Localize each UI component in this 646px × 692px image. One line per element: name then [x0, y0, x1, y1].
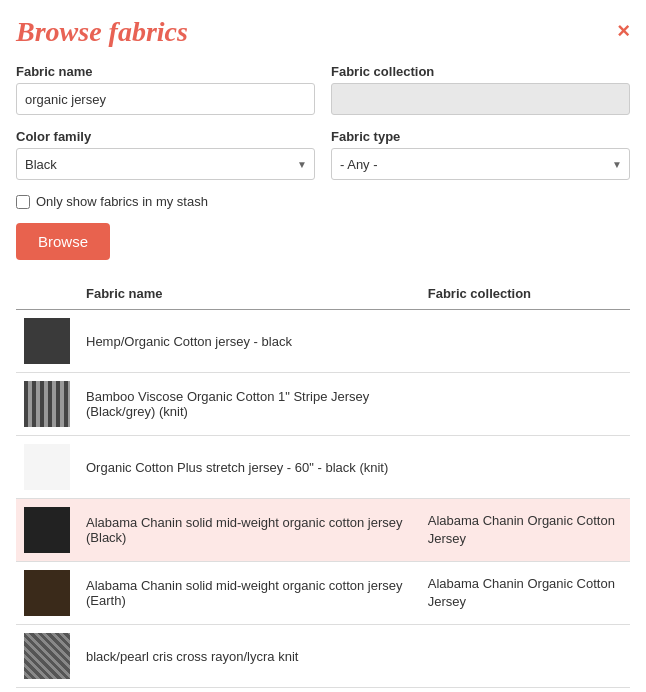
stash-checkbox-row: Only show fabrics in my stash	[16, 194, 630, 209]
fabric-name-text: black/pearl cris cross rayon/lycra knit	[86, 649, 298, 664]
fabric-collection-input	[331, 83, 630, 115]
fabric-collection-group: Fabric collection	[331, 64, 630, 115]
browse-button[interactable]: Browse	[16, 223, 110, 260]
dialog-header: Browse fabrics ×	[16, 16, 630, 48]
fabric-thumbnail	[24, 318, 70, 364]
table-row[interactable]: Bamboo Viscose Organic Cotton 1" Stripe …	[16, 373, 630, 436]
fabric-collection-label: Fabric collection	[331, 64, 630, 79]
fabric-thumb-cell	[16, 499, 78, 562]
fabric-name-text: Alabama Chanin solid mid-weight organic …	[86, 578, 403, 608]
page-title: Browse fabrics	[16, 16, 188, 48]
fabric-collection-cell	[420, 373, 630, 436]
fabric-name-cell: Bamboo Viscose Organic Cotton 1" Stripe …	[78, 373, 420, 436]
fabric-collection-cell: Alabama Chanin Organic Cotton Jersey	[420, 562, 630, 625]
fabric-thumb-cell	[16, 436, 78, 499]
color-family-select[interactable]: Black White Red Blue Green Yellow Brown …	[16, 148, 315, 180]
fabric-name-text: Alabama Chanin solid mid-weight organic …	[86, 515, 403, 545]
fabric-thumb-cell	[16, 373, 78, 436]
fabric-thumbnail	[24, 507, 70, 553]
col-thumb	[16, 280, 78, 310]
fabric-collection-cell	[420, 436, 630, 499]
stash-checkbox-label: Only show fabrics in my stash	[36, 194, 208, 209]
fabric-collection-cell	[420, 310, 630, 373]
fabric-collection-cell	[420, 625, 630, 688]
results-table: Fabric name Fabric collection Hemp/Organ…	[16, 280, 630, 688]
fabric-thumb-cell	[16, 562, 78, 625]
color-family-group: Color family Black White Red Blue Green …	[16, 129, 315, 180]
color-family-select-wrapper: Black White Red Blue Green Yellow Brown …	[16, 148, 315, 180]
color-family-label: Color family	[16, 129, 315, 144]
fabric-thumb-cell	[16, 625, 78, 688]
fabric-name-text: Hemp/Organic Cotton jersey - black	[86, 334, 292, 349]
fabric-name-cell: Organic Cotton Plus stretch jersey - 60"…	[78, 436, 420, 499]
table-row[interactable]: black/pearl cris cross rayon/lycra knit	[16, 625, 630, 688]
color-type-row: Color family Black White Red Blue Green …	[16, 129, 630, 180]
fabric-type-group: Fabric type - Any - Woven Knit Jersey Ca…	[331, 129, 630, 180]
table-header-row: Fabric name Fabric collection	[16, 280, 630, 310]
fabric-type-select[interactable]: - Any - Woven Knit Jersey Canvas	[331, 148, 630, 180]
name-collection-row: Fabric name Fabric collection	[16, 64, 630, 115]
table-row[interactable]: Organic Cotton Plus stretch jersey - 60"…	[16, 436, 630, 499]
col-fabric-name: Fabric name	[78, 280, 420, 310]
table-row[interactable]: Alabama Chanin solid mid-weight organic …	[16, 499, 630, 562]
fabric-name-input[interactable]	[16, 83, 315, 115]
fabric-name-label: Fabric name	[16, 64, 315, 79]
fabric-name-cell: Alabama Chanin solid mid-weight organic …	[78, 562, 420, 625]
fabric-name-cell: black/pearl cris cross rayon/lycra knit	[78, 625, 420, 688]
fabric-thumb-cell	[16, 310, 78, 373]
fabric-collection-cell: Alabama Chanin Organic Cotton Jersey	[420, 499, 630, 562]
fabric-thumbnail	[24, 381, 70, 427]
fabric-type-select-wrapper: - Any - Woven Knit Jersey Canvas	[331, 148, 630, 180]
fabric-type-label: Fabric type	[331, 129, 630, 144]
fabric-name-group: Fabric name	[16, 64, 315, 115]
fabric-name-cell: Alabama Chanin solid mid-weight organic …	[78, 499, 420, 562]
fabric-name-text: Organic Cotton Plus stretch jersey - 60"…	[86, 460, 388, 475]
fabric-name-cell: Hemp/Organic Cotton jersey - black	[78, 310, 420, 373]
table-row[interactable]: Hemp/Organic Cotton jersey - black	[16, 310, 630, 373]
fabric-thumbnail	[24, 444, 70, 490]
col-fabric-collection: Fabric collection	[420, 280, 630, 310]
close-button[interactable]: ×	[617, 20, 630, 42]
table-row[interactable]: Alabama Chanin solid mid-weight organic …	[16, 562, 630, 625]
fabric-name-text: Bamboo Viscose Organic Cotton 1" Stripe …	[86, 389, 369, 419]
fabric-thumbnail	[24, 570, 70, 616]
stash-checkbox[interactable]	[16, 195, 30, 209]
fabric-thumbnail	[24, 633, 70, 679]
